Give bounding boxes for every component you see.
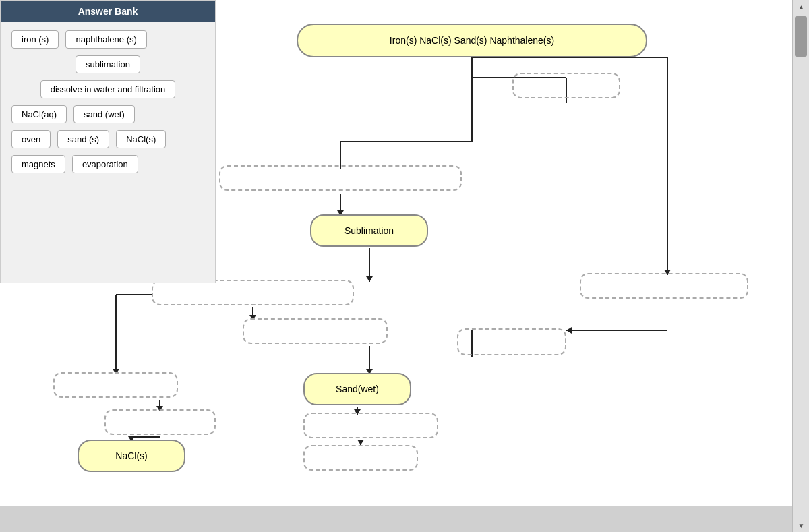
scrollbar-thumb[interactable] bbox=[795, 16, 807, 57]
middle-step1-node[interactable] bbox=[219, 165, 462, 191]
chip-nacl-aq[interactable]: NaCl(aq) bbox=[11, 105, 67, 123]
answer-row-3: dissolve in water and filtration bbox=[11, 80, 204, 98]
chip-oven[interactable]: oven bbox=[11, 130, 51, 148]
chip-dissolve-water[interactable]: dissolve in water and filtration bbox=[40, 80, 176, 98]
answer-row-4: NaCl(aq) sand (wet) bbox=[11, 105, 204, 123]
chip-sand-wet[interactable]: sand (wet) bbox=[73, 105, 135, 123]
scroll-up-arrow[interactable]: ▲ bbox=[793, 0, 809, 13]
answer-row-1: iron (s) naphthalene (s) bbox=[11, 30, 204, 49]
sand-wet-sub1-node[interactable] bbox=[303, 413, 438, 438]
svg-marker-8 bbox=[366, 276, 373, 282]
scroll-down-arrow[interactable]: ▼ bbox=[793, 519, 809, 532]
sand-wet-node: Sand(wet) bbox=[303, 373, 411, 405]
top-source-node: Iron(s) NaCl(s) Sand(s) Naphthalene(s) bbox=[297, 24, 647, 57]
nacl-s-node: NaCl(s) bbox=[78, 440, 185, 472]
chip-sublimation[interactable]: sublimation bbox=[76, 55, 140, 73]
sand-wet-sub2-node[interactable] bbox=[303, 445, 418, 471]
scrollbar-track: ▲ ▼ bbox=[792, 0, 809, 532]
answer-bank-title: Answer Bank bbox=[1, 1, 215, 22]
left-branch1-node[interactable] bbox=[53, 372, 178, 398]
chip-evaporation[interactable]: evaporation bbox=[72, 155, 138, 173]
sublimation-node: Sublimation bbox=[310, 214, 428, 247]
chip-iron-s[interactable]: iron (s) bbox=[11, 30, 59, 49]
left-step2b-node[interactable] bbox=[243, 318, 388, 344]
chip-naphthalene-s[interactable]: naphthalene (s) bbox=[65, 30, 146, 49]
answer-bank: Answer Bank iron (s) naphthalene (s) sub… bbox=[0, 0, 216, 283]
top-right-empty-node[interactable] bbox=[512, 73, 620, 98]
right-step1-node[interactable] bbox=[580, 273, 748, 299]
answer-row-6: magnets evaporation bbox=[11, 155, 204, 173]
left-step2-node[interactable] bbox=[152, 280, 354, 305]
chip-sand-s[interactable]: sand (s) bbox=[57, 130, 109, 148]
answer-row-2: sublimation bbox=[11, 55, 204, 73]
svg-marker-31 bbox=[566, 327, 572, 334]
right-mid-empty-node[interactable] bbox=[457, 328, 566, 355]
left-branch2-node[interactable] bbox=[104, 409, 216, 435]
answer-row-5: oven sand (s) NaCl(s) bbox=[11, 130, 204, 148]
svg-marker-27 bbox=[357, 440, 364, 445]
chip-nacl-s[interactable]: NaCl(s) bbox=[116, 130, 166, 148]
answer-bank-content: iron (s) naphthalene (s) sublimation dis… bbox=[1, 22, 215, 181]
chip-magnets[interactable]: magnets bbox=[11, 155, 65, 173]
